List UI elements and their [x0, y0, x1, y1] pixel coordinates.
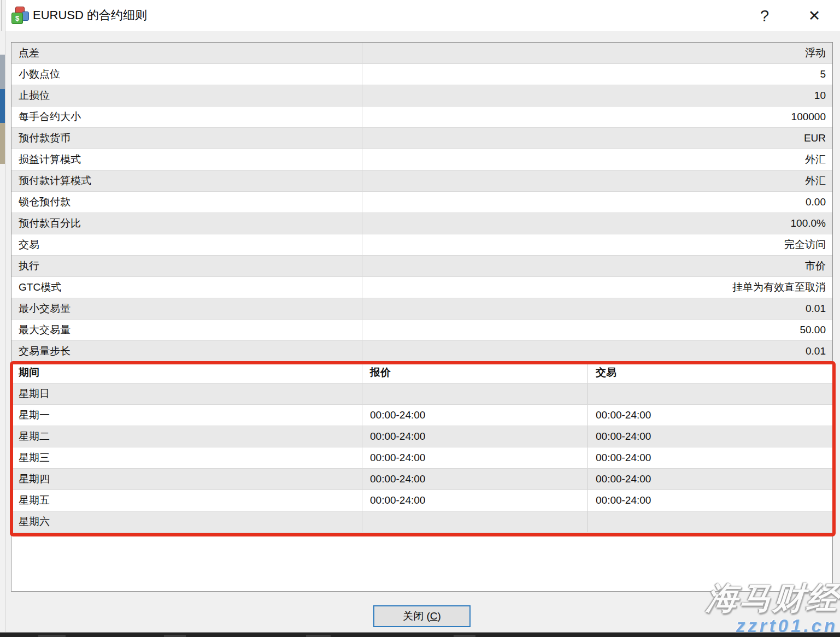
spec-row-label: 预付款计算模式	[11, 170, 362, 191]
session-day: 星期六	[11, 511, 362, 532]
sessions-table-row[interactable]: 星期五 00:00-24:00 00:00-24:00	[11, 490, 832, 511]
spec-row-label: 小数点位	[11, 64, 362, 85]
spec-row-label: 预付款货币	[11, 128, 362, 149]
spec-row-value: 10	[362, 85, 832, 106]
spec-row-label: 执行	[11, 256, 362, 276]
bottom-strip-segment	[454, 635, 475, 637]
spec-table-row[interactable]: 最小交易量 0.01	[11, 298, 832, 320]
sessions-table: 星期日 星期一 00:00-24:00 00:00-24:00 星期二 00:0…	[11, 384, 832, 533]
sessions-table-row[interactable]: 星期一 00:00-24:00 00:00-24:00	[11, 405, 832, 426]
spec-table-row[interactable]: GTC模式 挂单为有效直至取消	[11, 277, 832, 298]
spec-row-label: 每手合约大小	[11, 107, 362, 127]
spec-row-value: EUR	[362, 128, 832, 149]
icon-green-dollar-tile: $	[11, 13, 23, 24]
spec-row-label: 损益计算模式	[11, 149, 362, 170]
spec-row-label: 最小交易量	[11, 298, 362, 319]
session-day: 星期五	[11, 490, 362, 511]
spec-row-label: GTC模式	[11, 277, 362, 298]
close-button-label-suffix: )	[438, 610, 441, 622]
session-trade: 00:00-24:00	[588, 426, 832, 447]
spec-table-row[interactable]: 执行 市价	[11, 256, 832, 277]
sessions-table-row[interactable]: 星期二 00:00-24:00 00:00-24:00	[11, 426, 832, 447]
bottom-strip-segment	[38, 635, 66, 637]
session-trade: 00:00-24:00	[588, 447, 832, 468]
spec-table-row[interactable]: 点差 浮动	[11, 43, 832, 64]
session-day: 星期二	[11, 426, 362, 447]
session-quotes: 00:00-24:00	[362, 405, 588, 426]
spec-table-row[interactable]: 锁仓预付款 0.00	[11, 192, 832, 213]
session-quotes: 00:00-24:00	[362, 447, 588, 468]
spec-table-row[interactable]: 预付款货币 EUR	[11, 128, 832, 149]
session-day: 星期一	[11, 405, 362, 426]
spec-row-value: 100.0%	[362, 213, 832, 234]
spec-row-value: 市价	[362, 256, 832, 276]
close-button-accesskey: C	[430, 610, 438, 622]
session-quotes: 00:00-24:00	[362, 469, 588, 489]
spec-table-row[interactable]: 交易 完全访问	[11, 234, 832, 256]
spec-row-label: 锁仓预付款	[11, 192, 362, 213]
spec-row-value: 50.00	[362, 320, 832, 340]
spec-row-value: 外汇	[362, 149, 832, 170]
background-window-fragment-tan	[0, 123, 5, 164]
sessions-table-row[interactable]: 星期三 00:00-24:00 00:00-24:00	[11, 447, 832, 469]
sessions-header-trade: 交易	[588, 362, 832, 383]
dialog-title: EURUSD 的合约细则	[33, 7, 147, 23]
background-window-fragment-blue	[0, 89, 5, 123]
spec-table-row[interactable]: 小数点位 5	[11, 64, 832, 85]
spec-row-value: 0.01	[362, 298, 832, 319]
bottom-strip-segment	[164, 635, 186, 637]
close-icon[interactable]: ✕	[799, 4, 830, 27]
session-day: 星期四	[11, 469, 362, 489]
spec-row-value: 0.00	[362, 192, 832, 213]
spec-row-value: 100000	[362, 107, 832, 127]
session-trade: 00:00-24:00	[588, 405, 832, 426]
sessions-table-row[interactable]: 星期日	[11, 384, 832, 405]
session-day: 星期日	[11, 384, 362, 404]
background-window-edge	[1, 0, 2, 31]
sessions-table-header: 期间 报价 交易	[11, 362, 832, 384]
spec-row-value: 挂单为有效直至取消	[362, 277, 832, 298]
spec-row-label: 交易	[11, 234, 362, 255]
spec-row-label: 止损位	[11, 85, 362, 106]
close-button-label-prefix: 关闭 (	[403, 609, 430, 623]
bottom-strip-segment	[306, 635, 331, 637]
spec-table: 点差 浮动 小数点位 5 止损位 10 每手合约大小 100000 预付款货币 …	[11, 43, 832, 362]
close-button[interactable]: 关闭 (C)	[373, 605, 471, 627]
background-window-sliver	[0, 0, 5, 632]
session-day: 星期三	[11, 447, 362, 468]
sessions-header-period: 期间	[11, 362, 362, 383]
spec-row-label: 预付款百分比	[11, 213, 362, 234]
contract-spec-panel: 点差 浮动 小数点位 5 止损位 10 每手合约大小 100000 预付款货币 …	[11, 42, 833, 592]
spec-table-row[interactable]: 预付款计算模式 外汇	[11, 170, 832, 192]
spec-row-value: 浮动	[362, 43, 832, 63]
spec-table-row[interactable]: 预付款百分比 100.0%	[11, 213, 832, 234]
session-quotes	[362, 511, 588, 532]
session-trade: 00:00-24:00	[588, 490, 832, 511]
session-quotes: 00:00-24:00	[362, 426, 588, 447]
sessions-table-row[interactable]: 星期四 00:00-24:00 00:00-24:00	[11, 469, 832, 490]
spec-table-row[interactable]: 交易量步长 0.01	[11, 341, 832, 362]
sessions-table-row[interactable]: 星期六	[11, 511, 832, 533]
bottom-taskbar-strip	[0, 632, 840, 637]
session-quotes: 00:00-24:00	[362, 490, 588, 511]
session-quotes	[362, 384, 588, 404]
help-button[interactable]: ?	[752, 4, 777, 27]
spec-table-row[interactable]: 止损位 10	[11, 85, 832, 107]
spec-row-value: 5	[362, 64, 832, 85]
spec-row-value: 完全访问	[362, 234, 832, 255]
spec-table-row[interactable]: 每手合约大小 100000	[11, 107, 832, 128]
contract-specification-icon: $	[11, 7, 29, 24]
session-trade: 00:00-24:00	[588, 469, 832, 489]
spec-table-row[interactable]: 最大交易量 50.00	[11, 320, 832, 341]
spec-row-label: 交易量步长	[11, 341, 362, 362]
session-trade	[588, 384, 832, 404]
background-window-fragment	[0, 55, 5, 89]
session-trade	[588, 511, 832, 532]
spec-row-value: 0.01	[362, 341, 832, 362]
spec-row-label: 点差	[11, 43, 362, 63]
dialog-titlebar: $ EURUSD 的合约细则 ? ✕	[0, 0, 840, 31]
spec-row-value: 外汇	[362, 170, 832, 191]
spec-table-row[interactable]: 损益计算模式 外汇	[11, 149, 832, 170]
sessions-header-quotes: 报价	[362, 362, 588, 383]
spec-row-label: 最大交易量	[11, 320, 362, 340]
